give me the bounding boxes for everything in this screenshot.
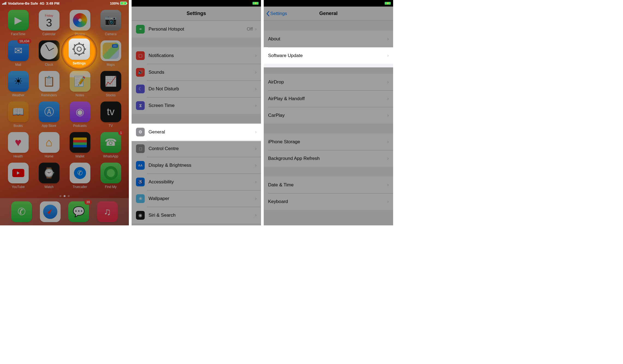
row-about[interactable]: About› [264, 31, 393, 47]
dock-messages[interactable]: 💬39 [68, 201, 89, 222]
svg-rect-7 [82, 52, 85, 54]
app-reminders[interactable]: 📋Reminders [36, 71, 62, 102]
app-facetime[interactable]: ▶FaceTime [5, 10, 31, 40]
app-podcasts[interactable]: ◉Podcasts [67, 102, 93, 132]
app-watch[interactable]: ⌚Watch [36, 163, 62, 193]
app-camera[interactable]: 📷Camera [98, 10, 123, 40]
books-icon: 📖 [8, 102, 29, 122]
accessibility-icon: ♿ [136, 178, 145, 186]
row-control-centre[interactable]: ◻Control Centre› [132, 140, 261, 157]
svg-rect-6 [74, 44, 76, 47]
back-button[interactable]: Settings [266, 11, 287, 16]
row-dnd[interactable]: ☾Do Not Disturb› [132, 80, 261, 97]
phone-icon: ✆ [11, 201, 32, 222]
app-notes[interactable]: 📝Notes [67, 71, 93, 102]
carrier-label: Vodafone-Be Safe [8, 1, 38, 5]
photos-icon [70, 10, 90, 31]
svg-rect-8 [82, 44, 84, 46]
general-list[interactable]: About› Software Update› AirDrop› AirPlay… [264, 21, 393, 225]
nav-bar: Settings General [264, 7, 393, 21]
app-truecaller[interactable]: ✆Truecaller [67, 163, 93, 193]
display-icon: AA [136, 161, 145, 170]
svg-rect-2 [79, 42, 80, 44]
chevron-right-icon: › [255, 69, 257, 75]
chevron-right-icon: › [255, 86, 257, 92]
chevron-right-icon: › [387, 79, 389, 85]
personal-hotspot-icon: ⚭ [136, 25, 145, 34]
row-sounds[interactable]: 🔊Sounds› [132, 64, 261, 80]
app-findmy[interactable]: Find My [98, 163, 123, 193]
messages-badge: 39 [84, 200, 92, 205]
svg-rect-9 [74, 52, 77, 55]
highlight-settings: Settings [61, 34, 97, 70]
notes-icon: 📝 [70, 71, 90, 92]
chevron-right-icon: › [387, 199, 389, 204]
row-general[interactable]: ⚙General› [132, 124, 261, 140]
row-keyboard[interactable]: Keyboard› [264, 193, 393, 210]
nav-title: General [319, 11, 337, 16]
chevron-right-icon: › [387, 139, 389, 145]
dock-safari[interactable] [40, 201, 61, 222]
row-bg-refresh[interactable]: Background App Refresh› [264, 150, 393, 167]
row-screen-time[interactable]: ⧗Screen Time› [132, 97, 261, 114]
app-home[interactable]: ⌂Home [36, 132, 62, 163]
row-carplay[interactable]: CarPlay› [264, 107, 393, 124]
row-display[interactable]: AADisplay & Brightness› [132, 157, 261, 174]
chevron-right-icon: › [387, 53, 389, 58]
truecaller-icon: ✆ [70, 163, 90, 183]
camera-icon: 📷 [100, 10, 121, 31]
app-stocks[interactable]: 📈Stocks [98, 71, 123, 102]
findmy-icon [100, 163, 121, 183]
row-airdrop[interactable]: AirDrop› [264, 74, 393, 90]
row-notifications[interactable]: ▢Notifications› [132, 47, 261, 64]
signal-icon [266, 2, 270, 5]
podcasts-icon: ◉ [70, 102, 90, 122]
app-mail[interactable]: ✉18,434Mail [5, 40, 31, 71]
dock-music[interactable]: ♫ [97, 201, 118, 222]
calendar-icon: Friday3 [39, 10, 60, 31]
chevron-right-icon: › [255, 129, 257, 135]
dock-phone[interactable]: ✆ [11, 201, 32, 222]
battery-pct: 100% [374, 1, 383, 5]
mail-badge: 18,434 [17, 39, 31, 44]
svg-rect-3 [79, 54, 80, 56]
svg-point-1 [77, 47, 81, 51]
dnd-icon: ☾ [136, 85, 145, 93]
music-icon: ♫ [97, 201, 118, 222]
row-date-time[interactable]: Date & Time› [264, 177, 393, 193]
network-label: 4G [40, 1, 44, 5]
chevron-right-icon: › [387, 36, 389, 42]
app-weather[interactable]: ☀Weather [5, 71, 31, 102]
carrier-label: Vodafone-Be Safe [140, 1, 170, 5]
youtube-icon [8, 163, 29, 183]
chevron-right-icon: › [387, 96, 389, 102]
app-maps[interactable]: Maps [98, 40, 123, 71]
app-youtube[interactable]: YouTube [5, 163, 31, 193]
app-wallet[interactable]: Wallet [67, 132, 93, 163]
app-settings[interactable]: Settings [69, 38, 90, 65]
nav-bar: Settings [132, 7, 261, 21]
settings-icon [69, 38, 90, 60]
wallpaper-icon: ❀ [136, 194, 145, 203]
row-storage[interactable]: iPhone Storage› [264, 133, 393, 150]
app-health[interactable]: ♥Health [5, 132, 31, 163]
app-tv[interactable]: tvTV [98, 102, 123, 132]
siri-icon: ◉ [136, 211, 145, 220]
row-software-update[interactable]: Software Update› [264, 47, 393, 64]
row-personal-hotspot[interactable]: ⚭Personal HotspotOff› [132, 21, 261, 37]
row-airplay[interactable]: AirPlay & Handoff› [264, 90, 393, 107]
screen-settings: Vodafone-Be Safe 4G 3:49 PM 100% ⚡ Setti… [132, 0, 261, 225]
app-whatsapp[interactable]: ☎1WhatsApp [98, 132, 123, 163]
app-clock[interactable]: Clock [36, 40, 62, 71]
app-calendar[interactable]: Friday3Calendar [36, 10, 62, 40]
row-wallpaper[interactable]: ❀Wallpaper› [132, 190, 261, 207]
row-siri[interactable]: ◉Siri & Search› [132, 207, 261, 223]
row-accessibility[interactable]: ♿Accessibility› [132, 174, 261, 190]
settings-list[interactable]: ⚭Personal HotspotOff› ▢Notifications› 🔊S… [132, 21, 261, 225]
signal-icon [2, 2, 6, 5]
app-appstore[interactable]: ⒶApp Store [36, 102, 62, 132]
chevron-right-icon: › [255, 162, 257, 168]
app-books[interactable]: 📖Books [5, 102, 31, 132]
status-bar: Vodafone-Be Safe 4G 3:49 PM 100% ⚡ [0, 0, 129, 7]
chevron-right-icon: › [255, 212, 257, 218]
